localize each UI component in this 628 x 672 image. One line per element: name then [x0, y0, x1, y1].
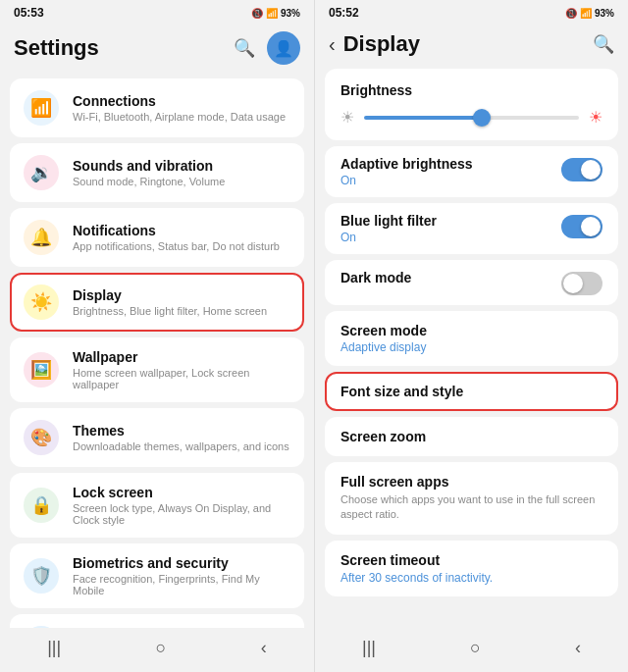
right-recent-apps-button[interactable]: ||| [362, 638, 376, 658]
left-time: 05:53 [14, 6, 44, 20]
dark-mode-title: Dark mode [340, 270, 411, 285]
left-phone-panel: 05:53 📵 📶 93% Settings 🔍 👤 📶 Connections… [0, 0, 314, 672]
recent-apps-button[interactable]: ||| [47, 638, 61, 658]
display-title: Display [73, 287, 267, 303]
lock-screen-subtitle: Screen lock type, Always On Display, and… [73, 502, 290, 526]
biometrics-subtitle: Face recognition, Fingerprints, Find My … [73, 573, 290, 596]
sounds-subtitle: Sound mode, Ringtone, Volume [73, 176, 225, 187]
sounds-text: Sounds and vibration Sound mode, Rington… [73, 158, 225, 187]
notifications-icon: 🔔 [24, 220, 59, 255]
avatar-icon: 👤 [274, 39, 293, 58]
sounds-title: Sounds and vibration [73, 158, 225, 174]
user-avatar[interactable]: 👤 [267, 31, 300, 65]
adaptive-brightness-knob [581, 160, 601, 180]
full-screen-apps-title: Full screen apps [340, 474, 602, 490]
right-signal-icon: 📶 [580, 8, 592, 19]
back-button[interactable]: ‹ [261, 638, 267, 658]
brightness-label: Brightness [340, 82, 602, 98]
left-status-bar: 05:53 📵 📶 93% [0, 0, 314, 24]
dark-mode-row[interactable]: Dark mode [325, 260, 618, 305]
settings-item-privacy[interactable]: 🛡️ Privacy Permission manager [10, 614, 304, 628]
dark-mode-knob [563, 274, 583, 293]
connections-title: Connections [73, 93, 286, 109]
brightness-slider[interactable] [364, 116, 579, 120]
brightness-row[interactable]: ☀ ☀ [340, 108, 602, 127]
screen-mode-text: Screen mode Adaptive display [340, 323, 427, 354]
lock-screen-title: Lock screen [73, 485, 290, 500]
right-bottom-nav: ||| ○ ‹ [315, 628, 628, 672]
settings-item-themes[interactable]: 🎨 Themes Downloadable themes, wallpapers… [10, 408, 304, 467]
adaptive-brightness-text: Adaptive brightness On [340, 156, 473, 187]
sim-icon: 📵 [251, 8, 263, 19]
adaptive-brightness-status: On [340, 174, 473, 187]
display-back-button[interactable]: ‹ [329, 33, 336, 56]
right-status-bar: 05:52 📵 📶 93% [315, 0, 628, 24]
biometrics-icon: 🛡️ [24, 558, 59, 594]
adaptive-brightness-toggle[interactable] [561, 158, 602, 181]
settings-item-display[interactable]: ☀️ Display Brightness, Blue light filter… [10, 273, 304, 332]
brightness-min-icon: ☀ [340, 108, 354, 127]
display-app-bar: ‹ Display 🔍 [315, 24, 628, 65]
settings-toolbar-icons: 🔍 👤 [234, 31, 300, 65]
screen-timeout-subtitle: After 30 seconds of inactivity. [340, 571, 602, 585]
settings-search-button[interactable]: 🔍 [234, 37, 255, 59]
connections-text: Connections Wi-Fi, Bluetooth, Airplane m… [73, 93, 286, 123]
screen-zoom-title: Screen zoom [340, 429, 426, 444]
adaptive-brightness-row[interactable]: Adaptive brightness On [325, 146, 618, 197]
screen-zoom-row[interactable]: Screen zoom [325, 417, 618, 456]
lock-screen-icon: 🔒 [24, 488, 59, 523]
screen-timeout-row[interactable]: Screen timeout After 30 seconds of inact… [325, 541, 618, 596]
font-size-row[interactable]: Font size and style [325, 372, 618, 411]
blue-light-knob [581, 217, 601, 236]
notifications-text: Notifications App notifications, Status … [73, 223, 280, 252]
settings-item-lock-screen[interactable]: 🔒 Lock screen Screen lock type, Always O… [10, 473, 304, 538]
signal-icon: 📶 [266, 8, 278, 19]
dark-mode-text: Dark mode [340, 270, 411, 285]
right-battery-label: 93% [595, 8, 614, 19]
display-search-button[interactable]: 🔍 [593, 33, 614, 55]
blue-light-toggle[interactable] [561, 215, 602, 238]
biometrics-title: Biometrics and security [73, 555, 290, 571]
settings-item-connections[interactable]: 📶 Connections Wi-Fi, Bluetooth, Airplane… [10, 78, 304, 137]
settings-item-wallpaper[interactable]: 🖼️ Wallpaper Home screen wallpaper, Lock… [10, 337, 304, 402]
battery-icon: 93% [281, 8, 300, 19]
right-home-button[interactable]: ○ [470, 638, 481, 658]
adaptive-brightness-title: Adaptive brightness [340, 156, 473, 172]
screen-mode-subtitle: Adaptive display [340, 340, 427, 354]
screen-timeout-title: Screen timeout [340, 552, 602, 568]
left-app-bar: Settings 🔍 👤 [0, 24, 314, 73]
dark-mode-toggle[interactable] [561, 272, 602, 295]
blue-light-status: On [340, 231, 437, 244]
screen-mode-row[interactable]: Screen mode Adaptive display [325, 311, 618, 366]
brightness-max-icon: ☀ [589, 108, 602, 127]
brightness-thumb[interactable] [473, 109, 491, 127]
right-back-button[interactable]: ‹ [575, 638, 581, 658]
themes-subtitle: Downloadable themes, wallpapers, and ico… [73, 440, 289, 452]
brightness-card: Brightness ☀ ☀ [325, 69, 618, 140]
display-text: Display Brightness, Blue light filter, H… [73, 287, 267, 317]
settings-item-notifications[interactable]: 🔔 Notifications App notifications, Statu… [10, 208, 304, 267]
home-button[interactable]: ○ [156, 638, 167, 658]
full-screen-apps-row[interactable]: Full screen apps Choose which apps you w… [325, 462, 618, 535]
screen-zoom-text: Screen zoom [340, 429, 426, 444]
blue-light-title: Blue light filter [340, 213, 437, 229]
display-icon: ☀️ [24, 284, 59, 320]
notifications-subtitle: App notifications, Status bar, Do not di… [73, 240, 280, 252]
font-size-text: Font size and style [340, 384, 463, 399]
connections-icon: 📶 [24, 90, 59, 126]
themes-icon: 🎨 [24, 420, 59, 455]
sounds-icon: 🔉 [24, 155, 59, 190]
right-phone-panel: 05:52 📵 📶 93% ‹ Display 🔍 Brightness ☀ ☀ [314, 0, 628, 672]
screen-mode-title: Screen mode [340, 323, 427, 338]
notifications-title: Notifications [73, 223, 280, 238]
settings-item-sounds[interactable]: 🔉 Sounds and vibration Sound mode, Ringt… [10, 143, 304, 202]
connections-subtitle: Wi-Fi, Bluetooth, Airplane mode, Data us… [73, 111, 286, 123]
blue-light-row[interactable]: Blue light filter On [325, 203, 618, 254]
settings-item-biometrics[interactable]: 🛡️ Biometrics and security Face recognit… [10, 543, 304, 608]
right-sim-icon: 📵 [565, 8, 577, 19]
wallpaper-title: Wallpaper [73, 349, 290, 365]
wallpaper-icon: 🖼️ [24, 352, 59, 388]
display-subtitle: Brightness, Blue light filter, Home scre… [73, 305, 267, 317]
blue-light-text: Blue light filter On [340, 213, 437, 244]
display-settings-list: Brightness ☀ ☀ Adaptive brightness On Bl… [315, 65, 628, 628]
